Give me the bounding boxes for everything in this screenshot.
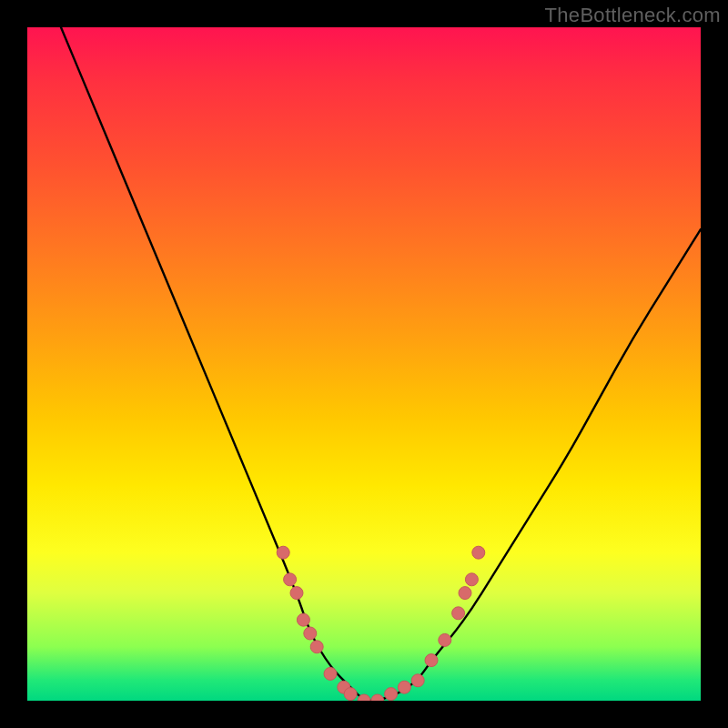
curve-marker bbox=[465, 573, 478, 586]
curve-marker bbox=[284, 573, 297, 586]
curve-marker bbox=[344, 688, 357, 701]
chart-overlay-svg bbox=[27, 27, 701, 701]
curve-marker bbox=[297, 613, 309, 626]
curve-marker bbox=[472, 546, 485, 559]
curve-marker bbox=[310, 641, 323, 653]
curve-marker bbox=[459, 587, 471, 600]
curve-marker bbox=[277, 546, 289, 559]
curve-markers bbox=[277, 546, 485, 701]
chart-frame: TheBottleneck.com bbox=[0, 0, 728, 728]
curve-marker bbox=[304, 627, 317, 640]
curve-marker bbox=[324, 667, 337, 680]
curve-marker bbox=[425, 654, 438, 667]
curve-marker bbox=[439, 633, 451, 646]
curve-marker bbox=[452, 607, 465, 620]
curve-marker bbox=[411, 674, 424, 687]
curve-marker bbox=[290, 587, 303, 600]
curve-marker bbox=[385, 688, 398, 701]
curve-marker bbox=[398, 681, 410, 693]
watermark-text: TheBottleneck.com bbox=[545, 4, 721, 27]
bottleneck-curve bbox=[61, 27, 701, 701]
chart-plot-area bbox=[27, 27, 701, 701]
curve-marker bbox=[371, 694, 384, 701]
